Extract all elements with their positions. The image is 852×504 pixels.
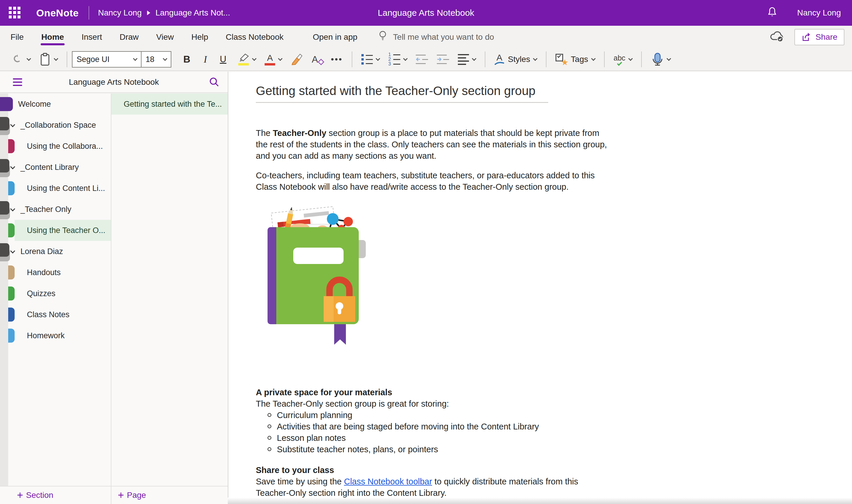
breadcrumb-notebook[interactable]: Language Arts Not... xyxy=(156,8,230,18)
tell-me-search[interactable]: Tell me what you want to do xyxy=(378,30,494,44)
account-user-name[interactable]: Nancy Long xyxy=(797,8,841,18)
dictate-button[interactable] xyxy=(647,50,675,69)
underline-button[interactable]: U xyxy=(216,50,231,69)
page-item-getting-started[interactable]: Getting started with the Te... xyxy=(111,93,228,114)
menu-class-notebook[interactable]: Class Notebook xyxy=(217,26,292,48)
section-item-using-the-content-library[interactable]: Using the Content Li... xyxy=(0,178,111,199)
font-size-value: 18 xyxy=(146,55,155,64)
section-color-tab xyxy=(8,223,15,237)
locked-notebook-illustration xyxy=(260,206,375,373)
class-notebook-toolbar-link[interactable]: Class Notebook toolbar xyxy=(344,477,432,486)
section-group-content-library[interactable]: _Content Library xyxy=(0,157,111,178)
chevron-down-icon[interactable] xyxy=(10,206,15,211)
tag-star-icon: ★ xyxy=(561,58,568,67)
hamburger-menu-icon[interactable] xyxy=(13,78,22,86)
section-group-tab xyxy=(0,249,10,262)
chevron-down-icon[interactable] xyxy=(10,122,15,127)
menu-home[interactable]: Home xyxy=(33,26,73,48)
chevron-down-icon[interactable] xyxy=(10,164,15,169)
page-title[interactable]: Getting started with the Teacher-Only se… xyxy=(256,84,548,103)
section-color-tab xyxy=(8,181,15,195)
paste-clipboard-button[interactable] xyxy=(35,50,62,69)
list-item: Curriculum planning xyxy=(256,410,852,421)
font-color-button[interactable]: A xyxy=(260,50,286,69)
styles-button[interactable]: A Styles xyxy=(490,50,541,69)
alignment-button[interactable] xyxy=(453,50,480,69)
add-page-label: Page xyxy=(127,490,146,500)
notebook-panel-header: Language Arts Notebook xyxy=(0,72,228,93)
bulleted-list-button[interactable] xyxy=(357,50,384,69)
section-color-tab xyxy=(8,329,15,343)
menu-view[interactable]: View xyxy=(147,26,182,48)
section-color-tab xyxy=(0,97,13,111)
section-group-collaboration-space[interactable]: _Collaboration Space xyxy=(0,114,111,136)
open-in-app-button[interactable]: Open in app xyxy=(308,33,362,42)
workspace: Language Arts Notebook Welcome _Collabor… xyxy=(0,72,852,504)
section-item-handouts[interactable]: Handouts xyxy=(0,262,111,283)
styles-label: Styles xyxy=(508,55,530,64)
undo-icon xyxy=(12,54,24,65)
bold-button[interactable]: B xyxy=(179,50,195,69)
circle-bullet-icon xyxy=(268,436,271,440)
spell-check-button[interactable]: abc xyxy=(609,50,636,69)
numbered-list-button[interactable]: 1 2 3 xyxy=(384,50,411,69)
app-name[interactable]: OneNote xyxy=(36,7,79,19)
section-item-using-the-teacher-only[interactable]: Using the Teacher O... xyxy=(0,220,111,241)
menu-bar: File Home Insert Draw View Help Class No… xyxy=(0,26,852,48)
add-page-button[interactable]: + Page xyxy=(111,486,228,504)
notebook-panel-title: Language Arts Notebook xyxy=(0,77,228,87)
section-item-homework[interactable]: Homework xyxy=(0,325,111,346)
section-item-using-the-collaboration-space[interactable]: Using the Collabora... xyxy=(0,136,111,157)
chevron-down-icon[interactable] xyxy=(10,249,15,253)
section-item-welcome[interactable]: Welcome xyxy=(0,93,111,114)
section-item-class-notes[interactable]: Class Notes xyxy=(0,304,111,325)
share-paragraph: Save time by using the Class Notebook to… xyxy=(256,476,852,499)
tags-button[interactable]: ★ Tags xyxy=(551,50,599,69)
save-status-cloud-icon xyxy=(769,30,784,44)
highlighter-icon xyxy=(238,54,249,66)
align-icon xyxy=(458,54,469,65)
paragraph-intro: The Teacher-Only section group is a plac… xyxy=(256,127,852,162)
tags-icon: ★ xyxy=(556,54,567,65)
spell-check-icon: abc xyxy=(614,54,626,65)
topbar-divider xyxy=(89,6,89,20)
numbered-list-icon: 1 2 3 xyxy=(388,53,400,66)
undo-button[interactable] xyxy=(7,50,35,69)
app-launcher-icon[interactable] xyxy=(9,7,21,19)
section-color-tab xyxy=(8,308,15,322)
page-list: Getting started with the Te... xyxy=(111,93,228,114)
more-formatting-button[interactable]: ••• xyxy=(327,50,347,69)
share-button[interactable]: Share xyxy=(794,29,845,45)
circle-bullet-icon xyxy=(268,425,271,428)
breadcrumb-user[interactable]: Nancy Long xyxy=(98,8,142,18)
storage-bullet-list: Curriculum planning Activities that are … xyxy=(256,410,852,455)
share-icon xyxy=(801,32,811,42)
font-name-select[interactable]: Segoe UI xyxy=(72,51,142,68)
increase-indent-button[interactable] xyxy=(432,50,453,69)
section-group-lorena-diaz[interactable]: Lorena Diaz xyxy=(0,241,111,262)
page-canvas[interactable]: Getting started with the Teacher-Only se… xyxy=(228,72,852,504)
notifications-bell-icon[interactable] xyxy=(766,6,778,20)
font-size-select[interactable]: 18 xyxy=(142,51,171,68)
share-label: Share xyxy=(815,33,837,42)
menu-file[interactable]: File xyxy=(2,26,33,48)
section-item-quizzes[interactable]: Quizzes xyxy=(0,283,111,304)
bulleted-list-icon xyxy=(361,54,373,65)
search-icon[interactable] xyxy=(209,76,220,89)
add-section-button[interactable]: + Section xyxy=(0,486,111,504)
section-group-tab xyxy=(0,206,10,219)
section-color-tab xyxy=(8,139,15,153)
section-group-tab xyxy=(0,164,10,177)
font-color-icon: A xyxy=(265,54,275,66)
decrease-indent-button[interactable] xyxy=(411,50,432,69)
italic-button[interactable]: I xyxy=(199,50,212,69)
menu-insert[interactable]: Insert xyxy=(73,26,111,48)
menu-help[interactable]: Help xyxy=(182,26,217,48)
format-painter-button[interactable] xyxy=(286,50,307,69)
highlight-color-button[interactable] xyxy=(234,50,260,69)
section-group-teacher-only[interactable]: _Teacher Only xyxy=(0,199,111,220)
tell-me-label: Tell me what you want to do xyxy=(393,33,494,42)
clear-formatting-button[interactable]: A xyxy=(307,50,322,69)
lightbulb-icon xyxy=(378,30,388,44)
menu-draw[interactable]: Draw xyxy=(111,26,147,48)
